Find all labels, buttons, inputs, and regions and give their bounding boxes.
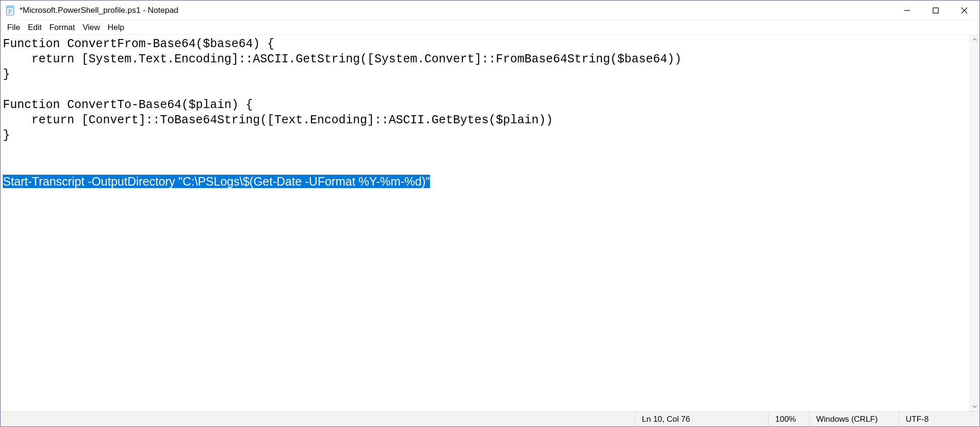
selected-text: Start-Transcript -OutputDirectory "C:\PS… bbox=[3, 175, 430, 188]
menu-format[interactable]: Format bbox=[46, 22, 79, 33]
svg-line-7 bbox=[961, 8, 967, 13]
menu-edit[interactable]: Edit bbox=[24, 22, 45, 33]
menubar: File Edit Format View Help bbox=[0, 20, 980, 35]
notepad-app-icon bbox=[5, 5, 16, 16]
scroll-up-arrow-icon[interactable] bbox=[970, 35, 980, 44]
svg-line-8 bbox=[961, 8, 967, 13]
statusbar: Ln 10, Col 76 100% Windows (CRLF) UTF-8 bbox=[0, 411, 980, 427]
window-controls bbox=[893, 0, 979, 20]
maximize-button[interactable] bbox=[921, 0, 950, 20]
text-editor[interactable]: Function ConvertFrom-Base64($base64) { r… bbox=[0, 35, 970, 411]
window-title: *Microsoft.PowerShell_profile.ps1 - Note… bbox=[20, 6, 179, 15]
minimize-button[interactable] bbox=[893, 0, 921, 20]
svg-rect-6 bbox=[933, 8, 939, 13]
menu-file[interactable]: File bbox=[3, 22, 24, 33]
vertical-scrollbar[interactable] bbox=[970, 35, 980, 411]
status-line-ending: Windows (CRLF) bbox=[809, 412, 899, 427]
close-button[interactable] bbox=[950, 0, 979, 20]
status-encoding: UTF-8 bbox=[899, 412, 980, 427]
status-spacer bbox=[0, 412, 635, 427]
titlebar: *Microsoft.PowerShell_profile.ps1 - Note… bbox=[0, 0, 980, 20]
status-caret-position: Ln 10, Col 76 bbox=[635, 412, 768, 427]
menu-view[interactable]: View bbox=[79, 22, 104, 33]
scroll-down-arrow-icon[interactable] bbox=[970, 402, 980, 411]
svg-rect-1 bbox=[7, 6, 14, 8]
status-zoom: 100% bbox=[768, 412, 809, 427]
menu-help[interactable]: Help bbox=[104, 22, 128, 33]
